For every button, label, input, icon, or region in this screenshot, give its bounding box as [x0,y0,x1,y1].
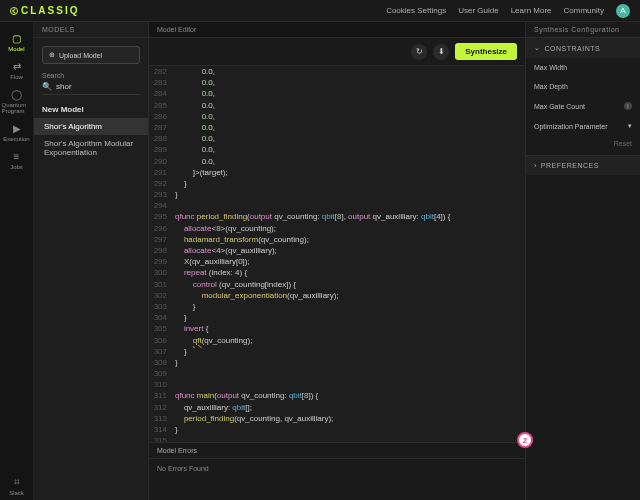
download-button[interactable]: ⬇ [433,44,449,60]
nav-jobs[interactable]: ≡Jobs [2,146,32,174]
synthesize-button[interactable]: Synthesize [455,43,517,60]
code-line: 314} [149,424,525,435]
errors-header: Model Errors [149,443,525,459]
code-line: 286 0.0, [149,111,525,122]
models-panel: MODELS ⊕ Upload Model Search 🔍 ☰ New Mod… [34,22,149,500]
editor-panel: Model Editor ↻ ⬇ Synthesize 282 0.0,283 … [149,22,525,500]
code-line: 301 control (qv_counting[index]) { [149,279,525,290]
link-community[interactable]: Community [564,6,604,15]
logo-icon [10,7,18,15]
code-line: 307 } [149,346,525,357]
preferences-toggle[interactable]: › PREFERENCES [526,156,640,175]
avatar[interactable]: A [616,4,630,18]
nav-label: Model [8,46,24,52]
config-panel: Synthesis Configuration ⌄ CONSTRAINTS Ma… [525,22,640,500]
nav-icon: ≡ [11,150,23,162]
model-item[interactable]: Shor's Algorithm [34,118,148,135]
code-line: 282 0.0, [149,66,525,77]
preferences-label: PREFERENCES [541,162,599,169]
code-line: 299 X(qv_auxilliary[0]); [149,256,525,267]
undo-button[interactable]: ↻ [411,44,427,60]
link-learn-more[interactable]: Learn More [511,6,552,15]
upload-label: Upload Model [59,52,102,59]
nav-flow[interactable]: ⇄Flow [2,56,32,84]
code-line: 288 0.0, [149,133,525,144]
code-line: 311qfunc main(output qv_counting: qbit[8… [149,390,525,401]
nav-slack[interactable]: ⌗ Slack [2,472,32,500]
upload-model-button[interactable]: ⊕ Upload Model [42,46,140,64]
code-line: 313 period_finding(qv_counting, qv_auxil… [149,413,525,424]
nav-icon: ⇄ [11,60,23,72]
field-max-depth[interactable]: Max Depth [526,77,640,96]
chevron-down-icon: ⌄ [534,44,541,52]
brand-logo: CLASSIQ [10,5,79,16]
nav-icon: ▢ [11,32,23,44]
section-new-model: New Model [34,101,148,118]
nav-execution[interactable]: ▶Execution [2,118,32,146]
errors-panel: Model Errors No Errors Found [149,442,525,500]
search-icon: 🔍 [42,82,52,91]
code-line: 315 [149,435,525,442]
code-line: 302 modular_exponentiation(qv_auxilliary… [149,290,525,301]
chevron-right-icon: › [534,162,537,169]
code-line: 310 [149,379,525,390]
link-user-guide[interactable]: User Guide [458,6,498,15]
nav-quantum-program[interactable]: ◯Quantum Program [2,84,32,118]
brand-text: CLASSIQ [21,5,79,16]
code-line: 287 0.0, [149,122,525,133]
errors-body: No Errors Found [149,459,525,478]
constraints-label: CONSTRAINTS [545,45,601,52]
model-item[interactable]: Shor's Algorithm Modular Exponentiation [34,135,148,161]
code-line: 298 allocate<4>(qv_auxilliary); [149,245,525,256]
nav-icon: ▶ [11,122,23,134]
constraints-toggle[interactable]: ⌄ CONSTRAINTS [526,38,640,58]
nav-model[interactable]: ▢Model [2,28,32,56]
code-line: 284 0.0, [149,88,525,99]
top-links: Cookies Settings User Guide Learn More C… [386,4,630,18]
nav-label: Slack [9,490,24,496]
code-line: 289 0.0, [149,144,525,155]
info-icon[interactable]: i [624,102,632,110]
link-cookies[interactable]: Cookies Settings [386,6,446,15]
code-line: 305 invert { [149,323,525,334]
field-max-gate-count[interactable]: Max Gate Counti [526,96,640,116]
nav-label: Execution [3,136,29,142]
code-line: 306 qft(qv_counting); [149,335,525,346]
code-line: 309 [149,368,525,379]
nav-label: Flow [10,74,23,80]
code-line: 293} [149,189,525,200]
left-nav: ▢Model⇄Flow◯Quantum Program▶Execution≡Jo… [0,22,34,500]
code-line: 297 hadamard_transform(qv_counting); [149,234,525,245]
code-line: 296 allocate<8>(qv_counting); [149,223,525,234]
code-line: 294 [149,200,525,211]
models-header: MODELS [34,22,148,38]
field-optimization-param[interactable]: Optimization Parameter▾ [526,116,640,136]
search-label: Search [34,72,148,79]
notification-badge[interactable]: 2 [517,432,533,448]
code-line: 283 0.0, [149,77,525,88]
code-line: 285 0.0, [149,100,525,111]
code-line: 295qfunc period_finding(output qv_counti… [149,211,525,222]
code-line: 312 qv_auxilliary: qbit[]; [149,402,525,413]
code-line: 308} [149,357,525,368]
reset-button[interactable]: Reset [526,140,632,147]
editor-toolbar: ↻ ⬇ Synthesize [149,38,525,66]
nav-label: Jobs [10,164,23,170]
nav-icon: ◯ [11,88,23,100]
upload-icon: ⊕ [49,51,55,59]
code-line: 304 } [149,312,525,323]
slack-icon: ⌗ [11,476,23,488]
code-line: 291 ]>(target); [149,167,525,178]
code-editor[interactable]: 282 0.0,283 0.0,284 0.0,285 0.0,286 0.0,… [149,66,525,442]
nav-label: Quantum Program [2,102,32,114]
editor-header: Model Editor [149,22,525,38]
search-input[interactable] [56,82,161,91]
code-line: 290 0.0, [149,156,525,167]
field-max-width[interactable]: Max Width [526,58,640,77]
code-line: 292 } [149,178,525,189]
config-header: Synthesis Configuration [526,22,640,38]
chevron-down-icon: ▾ [628,122,632,130]
code-line: 303 } [149,301,525,312]
code-line: 300 repeat (index: 4) { [149,267,525,278]
